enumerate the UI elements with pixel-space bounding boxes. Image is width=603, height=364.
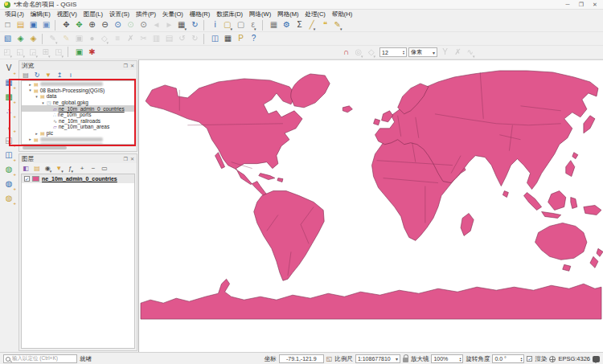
panel-close-icon[interactable] — [130, 156, 134, 162]
menu-item[interactable]: 设置(S) — [106, 10, 133, 18]
menu-item[interactable]: 矢量(O) — [159, 10, 187, 18]
spinner-arrows-icon[interactable]: ▴▾ — [459, 357, 461, 362]
filter-legend-button[interactable]: ▼▾ — [55, 164, 64, 174]
lock-icon[interactable] — [403, 358, 408, 362]
pan-map-button[interactable]: ✥ — [60, 19, 72, 31]
tree-item-folder[interactable]: ▾ ▤ 08 Batch-Processing(QGIS) — [22, 88, 134, 94]
open-attribute-table-button[interactable]: ▦ — [268, 19, 280, 31]
menu-item[interactable]: 编辑(E) — [27, 10, 54, 18]
expander-icon[interactable]: ▸ — [28, 82, 32, 87]
tree-item-layer[interactable]: ▱ ne_10m_admin_0_countries — [22, 105, 134, 112]
menu-item[interactable]: 帮助(H) — [329, 10, 355, 18]
render-checkbox[interactable] — [527, 356, 532, 362]
save-layer-edits-button[interactable]: ▣ — [73, 33, 85, 45]
digitize-polygon-button[interactable]: ⊞▾ — [40, 47, 52, 59]
scrollbar-thumb[interactable] — [23, 146, 67, 149]
map-canvas[interactable] — [138, 59, 603, 352]
magnifier-spinbox[interactable]: 100% ▴▾ — [431, 354, 463, 363]
minimize-button[interactable] — [564, 2, 572, 8]
add-feature-button[interactable]: ● — [86, 33, 98, 45]
paste-features-button[interactable]: ▤ — [163, 33, 175, 45]
menu-item[interactable]: 网络(W) — [246, 10, 274, 18]
undo-button[interactable]: ↺ — [176, 33, 188, 45]
python-button[interactable]: P — [235, 33, 247, 45]
add-delimited-text-layer-button[interactable]: , — [2, 120, 15, 132]
digitize-rectangle-button[interactable]: ◲▾ — [27, 47, 39, 59]
layer-item[interactable]: ne_10m_admin_0_countries — [22, 174, 134, 183]
collapse-all-layers-button[interactable]: − — [88, 164, 98, 174]
zoom-in-button[interactable]: ⊕ — [86, 19, 98, 31]
copy-features-button[interactable]: ▥ — [150, 33, 162, 45]
panel-float-icon[interactable] — [124, 63, 128, 68]
menu-item[interactable]: 处理(C) — [302, 10, 328, 18]
metasearch-button[interactable]: ▦ — [222, 33, 234, 45]
snap-type-button[interactable]: ◇▾ — [366, 47, 378, 59]
spinner-arrows-icon[interactable]: ▴▾ — [403, 50, 404, 55]
snap-on-intersection-button[interactable]: ✗ — [452, 47, 464, 59]
tree-item-redacted[interactable]: ▸ ▤ — [22, 81, 134, 88]
close-button[interactable] — [591, 2, 599, 8]
save-project-button[interactable]: ▣ — [27, 19, 39, 31]
refresh-map-button[interactable]: ↻ — [189, 19, 201, 31]
browser-horizontal-scrollbar[interactable] — [21, 145, 135, 149]
menu-item[interactable]: 视图(V) — [54, 10, 80, 18]
add-wms-layer-button[interactable]: ◍ — [2, 163, 15, 175]
vertex-tool-button[interactable]: ◇▾ — [99, 33, 111, 45]
new-geopackage-button[interactable]: ◈ — [14, 33, 27, 45]
panel-close-icon[interactable] — [130, 63, 134, 68]
refresh-browser-button[interactable]: ↻ — [32, 71, 42, 80]
add-raster-layer-button[interactable]: ▦ — [2, 76, 15, 88]
add-postgis-layer-button[interactable]: ◫ — [2, 149, 15, 161]
tree-item-geopackage[interactable]: ▾ ◳ ne_global.gpkg — [22, 100, 134, 106]
tree-item-layer[interactable]: ∴ ne_10m_ports — [22, 112, 134, 118]
maximize-button[interactable] — [577, 2, 585, 8]
zoom-next-button[interactable]: ► — [163, 19, 175, 31]
collapse-all-button[interactable]: ↥ — [55, 71, 64, 80]
map-tips-button[interactable]: ❝ — [319, 19, 331, 31]
panel-float-icon[interactable] — [124, 156, 128, 162]
save-project-as-button[interactable]: ▣ — [40, 19, 52, 31]
remove-layer-button[interactable]: ▭ — [100, 164, 109, 174]
scale-combobox[interactable]: 1:108677810 — [355, 354, 400, 363]
tree-item-folder[interactable]: ▸ ▤ pic — [22, 130, 134, 137]
zoom-to-selection-button[interactable]: ⊙ — [125, 19, 137, 31]
topological-editing-button[interactable]: Y — [439, 47, 451, 59]
add-vector-layer-button[interactable]: V — [2, 62, 15, 74]
snapping-toggle-button[interactable]: ∩ — [340, 47, 352, 59]
snapping-tolerance-spinbox[interactable]: 12 ▴▾ — [379, 47, 407, 57]
redo-button[interactable]: ↻ — [189, 33, 201, 45]
trace-button[interactable]: ∿▾ — [465, 47, 477, 59]
zoom-out-button[interactable]: ⊖ — [99, 19, 111, 31]
expander-icon[interactable]: ▸ — [28, 137, 32, 141]
tree-item-folder[interactable]: ▾ ▤ data — [22, 93, 134, 100]
new-map-view-button[interactable]: ▦▾ — [176, 19, 188, 31]
digitize-curve-button[interactable]: ◳▾ — [53, 47, 65, 59]
select-by-expression-button[interactable]: ε▾ — [248, 19, 260, 31]
crs-status[interactable]: EPSG:4326 — [558, 355, 590, 362]
new-shapefile-button[interactable]: ◈ — [27, 33, 39, 45]
tree-item-redacted[interactable]: ▸ ▤ — [22, 136, 134, 142]
layer-visibility-checkbox[interactable] — [24, 176, 30, 182]
expander-icon[interactable]: ▾ — [41, 100, 45, 105]
db-manager-button[interactable]: ◫ — [209, 33, 221, 45]
expander-icon[interactable]: ▾ — [35, 94, 39, 99]
current-edits-button[interactable]: ✎▾ — [47, 33, 59, 45]
spinner-arrows-icon[interactable]: ▴▾ — [520, 357, 522, 362]
add-spatialite-layer-button[interactable]: ◱ — [2, 134, 15, 146]
add-mesh-layer-button[interactable]: ▩ — [2, 91, 15, 103]
processing-toolbox-button[interactable]: ⚙ — [281, 19, 293, 31]
select-features-button[interactable]: ▢▾ — [222, 19, 234, 31]
menu-item[interactable]: 网格(M) — [274, 10, 302, 18]
crs-globe-icon[interactable] — [549, 356, 556, 362]
expand-all-button[interactable]: + — [77, 164, 87, 174]
data-source-manager-button[interactable]: ▧ — [2, 33, 14, 45]
menu-item[interactable]: 数据库(D) — [213, 10, 246, 18]
manage-map-themes-button[interactable]: ◉▾ — [43, 164, 53, 174]
digitize-ellipse-button[interactable]: ◱▾ — [14, 47, 27, 59]
menu-item[interactable]: 栅格(R) — [187, 10, 213, 18]
tree-item-layer[interactable]: ∿ ne_10m_railroads — [22, 118, 134, 125]
coordinate-input[interactable]: -79.1,-121.9 — [279, 354, 324, 363]
pan-to-selection-button[interactable]: ✥ — [73, 19, 85, 31]
filter-by-expression-button[interactable]: ƒ▾ — [66, 164, 76, 174]
add-point-cloud-layer-button[interactable]: ∴ — [2, 105, 15, 117]
